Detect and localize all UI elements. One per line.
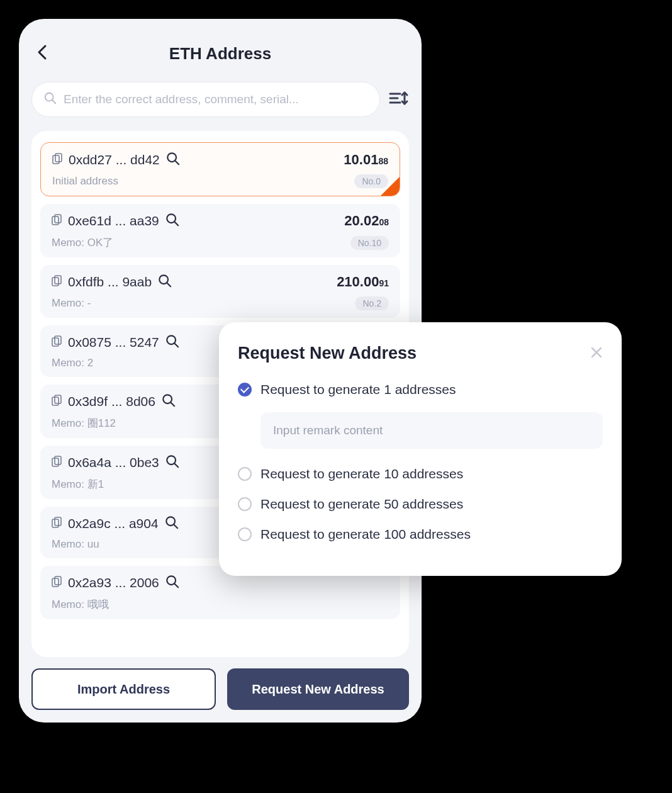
import-address-button[interactable]: Import Address (31, 668, 216, 710)
copy-icon[interactable] (52, 456, 62, 470)
svg-line-33 (174, 525, 177, 529)
address-text: 0x6a4a ... 0be3 (68, 455, 159, 470)
address-text: 0xdd27 ... dd42 (69, 152, 160, 167)
modal-title: Request New Address (238, 344, 417, 363)
address-card[interactable]: 0xfdfb ... 9aab 210.0091 Memo: - No.2 (40, 265, 400, 318)
search-row (31, 82, 409, 117)
search-input[interactable] (64, 93, 368, 106)
chevron-left-icon (36, 43, 48, 61)
memo-text: Memo: 圈112 (52, 416, 116, 430)
address-card[interactable]: 0xe61d ... aa39 20.0208 Memo: OK了 No.10 (40, 204, 400, 257)
back-button[interactable] (36, 43, 48, 64)
address-text: 0xe61d ... aa39 (68, 213, 159, 228)
serial-badge: No.2 (355, 296, 389, 310)
svg-rect-6 (53, 155, 59, 164)
memo-text: Memo: uu (52, 538, 99, 551)
view-icon[interactable] (162, 393, 176, 410)
svg-line-1 (52, 100, 56, 104)
svg-rect-10 (52, 217, 59, 225)
svg-rect-27 (55, 456, 61, 464)
svg-line-21 (174, 344, 178, 347)
copy-icon[interactable] (52, 275, 62, 289)
radio-button[interactable] (238, 467, 252, 481)
svg-rect-30 (52, 519, 59, 527)
svg-rect-18 (52, 338, 59, 346)
address-text: 0x2a9c ... a904 (68, 516, 159, 531)
copy-icon[interactable] (52, 153, 62, 167)
address-text: 0xfdfb ... 9aab (68, 274, 152, 290)
copy-icon[interactable] (52, 517, 62, 531)
request-new-address-modal: Request New Address Request to generate … (219, 322, 622, 576)
svg-rect-14 (52, 278, 59, 286)
memo-text: Memo: OK了 (52, 235, 113, 250)
address-card[interactable]: 0xdd27 ... dd42 10.0188 Initial address … (40, 142, 400, 196)
svg-rect-15 (55, 276, 61, 284)
view-icon[interactable] (166, 152, 180, 168)
close-icon (590, 346, 603, 359)
address-text: 0x3d9f ... 8d06 (68, 394, 155, 409)
search-icon (43, 91, 57, 108)
option-label: Request to generate 50 addresses (260, 497, 463, 512)
svg-line-17 (167, 283, 171, 287)
svg-line-29 (174, 464, 178, 468)
balance: 210.0091 (337, 274, 389, 290)
sort-button[interactable] (389, 89, 409, 110)
close-button[interactable] (590, 346, 603, 361)
balance: 20.0208 (344, 213, 389, 229)
svg-line-9 (175, 161, 179, 164)
option-label: Request to generate 100 addresses (260, 527, 471, 542)
view-icon[interactable] (165, 213, 179, 229)
address-text: 0x2a93 ... 2006 (68, 575, 159, 590)
copy-icon[interactable] (52, 214, 62, 228)
option-row[interactable]: Request to generate 100 addresses (238, 527, 603, 542)
memo-text: Initial address (52, 175, 118, 188)
svg-rect-23 (55, 395, 61, 403)
svg-rect-35 (55, 576, 61, 585)
option-row[interactable]: Request to generate 1 addresses (238, 382, 603, 397)
memo-text: Memo: 哦哦 (52, 597, 109, 612)
sort-icon (389, 89, 409, 108)
svg-line-25 (171, 403, 175, 407)
search-box[interactable] (31, 82, 380, 117)
radio-button[interactable] (238, 527, 252, 541)
svg-line-13 (174, 222, 178, 226)
memo-text: Memo: 2 (52, 357, 93, 369)
view-icon[interactable] (165, 515, 179, 532)
svg-line-37 (174, 584, 178, 588)
radio-button[interactable] (238, 383, 252, 396)
view-icon[interactable] (165, 454, 179, 471)
copy-icon[interactable] (52, 395, 62, 408)
svg-rect-19 (55, 336, 61, 344)
serial-badge: No.0 (354, 174, 388, 188)
copy-icon[interactable] (52, 576, 62, 590)
balance: 10.0188 (344, 152, 388, 168)
option-row[interactable]: Request to generate 10 addresses (238, 466, 603, 481)
radio-button[interactable] (238, 497, 252, 511)
remark-input[interactable] (260, 412, 603, 449)
memo-text: Memo: 新1 (52, 477, 104, 492)
request-new-address-button[interactable]: Request New Address (227, 668, 409, 710)
svg-rect-31 (55, 517, 61, 526)
view-icon[interactable] (158, 274, 172, 290)
option-label: Request to generate 1 addresses (260, 382, 456, 397)
page-title: ETH Address (31, 44, 409, 64)
modal-header: Request New Address (238, 344, 603, 363)
memo-text: Memo: - (52, 297, 91, 310)
svg-rect-11 (55, 215, 61, 223)
address-text: 0x0875 ... 5247 (68, 335, 159, 350)
bottom-buttons: Import Address Request New Address (31, 668, 409, 710)
serial-badge: No.10 (350, 236, 389, 250)
option-row[interactable]: Request to generate 50 addresses (238, 497, 603, 512)
svg-rect-22 (52, 397, 59, 405)
copy-icon[interactable] (52, 335, 62, 349)
option-label: Request to generate 10 addresses (260, 466, 463, 481)
view-icon[interactable] (165, 575, 179, 591)
view-icon[interactable] (165, 334, 179, 351)
svg-rect-34 (52, 578, 59, 587)
header: ETH Address (31, 38, 409, 69)
svg-rect-7 (55, 154, 62, 162)
svg-rect-26 (52, 458, 59, 466)
